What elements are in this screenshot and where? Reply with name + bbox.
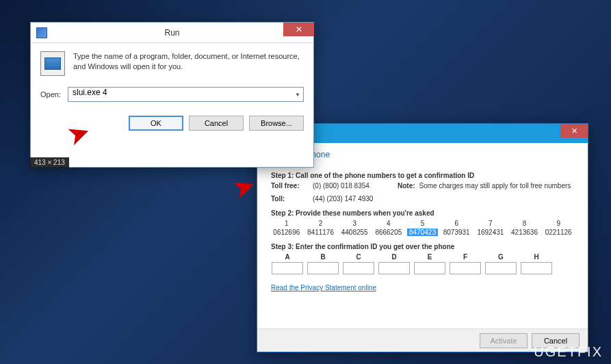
installation-id-block: 84213636 <box>509 220 541 236</box>
run-description: Type the name of a program, folder, docu… <box>73 51 304 76</box>
confirmation-id-block: G <box>484 253 517 274</box>
run-titlebar[interactable]: Run ✕ <box>31 23 313 43</box>
confirmation-id-block: H <box>520 253 553 274</box>
confirmation-id-grid: ABCDEFGH <box>271 253 574 274</box>
step1-label: Step 1: Call one of the phone numbers to… <box>271 172 574 179</box>
tollfree-number: (0) (800) 018 8354 <box>313 182 388 190</box>
open-label: Open: <box>40 90 61 99</box>
toll-label: Toll: <box>271 195 309 203</box>
watermark: UGETFIX <box>534 344 603 360</box>
note-text: Some charges may still apply for toll fr… <box>419 182 571 190</box>
installation-id-grid: 1061269628411176344082554866620558470423… <box>271 220 574 236</box>
installation-id-block: 34408255 <box>339 220 370 236</box>
close-button[interactable]: ✕ <box>283 23 314 36</box>
confirmation-id-input[interactable] <box>414 262 445 274</box>
confirmation-id-block: E <box>413 253 446 274</box>
installation-id-block: 68073931 <box>441 220 472 236</box>
confirmation-id-input[interactable] <box>485 262 517 274</box>
cancel-button[interactable]: Cancel <box>189 116 244 131</box>
installation-id-block: 58470423 <box>407 220 439 236</box>
installation-id-block: 90221126 <box>543 220 574 236</box>
toll-number: (44) (203) 147 4930 <box>313 195 388 203</box>
installation-id-block: 48666205 <box>373 220 404 236</box>
tollfree-row: Toll free: (0) (800) 018 8354 Note: Some… <box>271 182 574 190</box>
run-title: Run <box>164 28 179 38</box>
tollfree-label: Toll free: <box>271 182 309 190</box>
run-icon <box>40 51 65 76</box>
toll-row: Toll: (44) (203) 147 4930 <box>271 195 574 203</box>
confirmation-id-block: A <box>271 253 304 274</box>
chevron-down-icon[interactable]: ▼ <box>295 92 300 98</box>
confirmation-id-input[interactable] <box>450 262 481 274</box>
confirmation-id-input[interactable] <box>307 262 339 274</box>
confirmation-id-input[interactable] <box>272 262 303 274</box>
run-body: Type the name of a program, folder, docu… <box>31 43 313 81</box>
step2-label: Step 2: Provide these numbers when you'r… <box>271 209 574 217</box>
close-button[interactable]: ✕ <box>560 124 588 138</box>
open-combobox[interactable]: slui.exe 4 ▼ <box>68 87 304 102</box>
run-app-icon <box>36 27 47 38</box>
installation-id-block: 71692431 <box>475 220 506 236</box>
confirmation-id-block: C <box>342 253 375 274</box>
run-input-row: Open: slui.exe 4 ▼ <box>31 81 313 107</box>
confirmation-id-block: B <box>307 253 339 274</box>
note-label: Note: <box>398 182 415 190</box>
installation-id-block: 28411176 <box>305 220 337 236</box>
open-input-value: slui.exe 4 <box>73 88 107 97</box>
step3-label: Step 3: Enter the confirmation ID you ge… <box>271 243 574 250</box>
dimension-badge: 413 × 213 <box>30 157 69 168</box>
confirmation-id-block: F <box>449 253 482 274</box>
installation-id-block: 10612696 <box>271 220 302 236</box>
browse-button[interactable]: Browse... <box>249 116 304 131</box>
privacy-link[interactable]: Read the Privacy Statement online <box>271 284 376 291</box>
ok-button[interactable]: OK <box>129 116 183 131</box>
confirmation-id-block: D <box>378 253 411 274</box>
activate-button[interactable]: Activate <box>480 333 528 348</box>
arrow-icon: ➤ <box>230 170 259 205</box>
confirmation-id-input[interactable] <box>521 262 552 274</box>
confirmation-id-input[interactable] <box>378 262 410 274</box>
activation-content: Step 1: Call one of the phone numbers to… <box>257 161 588 291</box>
confirmation-id-input[interactable] <box>343 262 374 274</box>
